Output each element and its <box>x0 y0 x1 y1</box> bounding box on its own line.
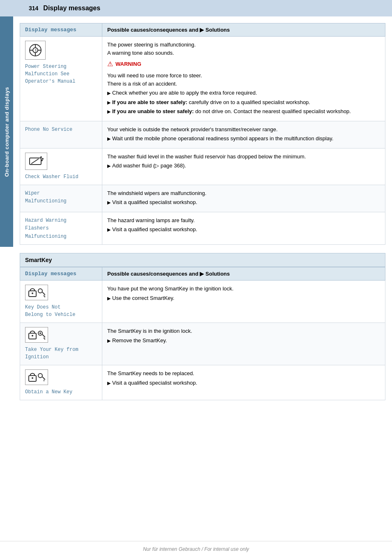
cause-text: The windshield wipers are malfunctioning… <box>107 189 380 197</box>
sk-col-header-display: Display messages <box>20 267 102 281</box>
key-lock-icon-2 <box>28 329 45 341</box>
bullet-text: Visit a qualified specialist workshop. <box>112 225 380 234</box>
bullet-text: Check whether you are able to apply the … <box>112 89 380 97</box>
cause-text: The hazard warning lamps are faulty. <box>107 216 380 225</box>
page-header: 314 Display messages <box>0 0 392 16</box>
phone-no-service-label: Phone No Service <box>25 127 72 132</box>
svg-point-19 <box>32 335 33 337</box>
cause-text: Your vehicle is outside the network prov… <box>107 125 380 134</box>
svg-point-27 <box>38 374 42 378</box>
key-lock-icon-3 <box>28 371 45 383</box>
bullet-item: ▶ Remove the SmartKey. <box>107 337 380 345</box>
svg-point-9 <box>40 156 42 158</box>
cause-text: You have put the wrong SmartKey in the i… <box>107 285 380 293</box>
table-row: ! Power Steering Malfunction See Operato… <box>20 37 385 121</box>
smartkey-table: Display messages Possible causes/consequ… <box>20 267 385 400</box>
bullet-item: ▶ Visit a qualified specialist workshop. <box>107 225 380 234</box>
icon-cell: Check Washer Fluid <box>25 153 97 181</box>
power-steering-icon: ! <box>28 43 43 58</box>
bullet-text: Use the correct SmartKey. <box>112 294 380 302</box>
table-row: Take Your Key from Ignition The SmartKey… <box>20 323 385 365</box>
hazard-warning-label: Hazard Warning Flashers Malfunctioning <box>25 218 67 239</box>
smartkey-section-header: SmartKey <box>20 253 385 267</box>
cause-text: The SmartKey needs to be replaced. <box>107 369 380 378</box>
key-lock-icon-box-2 <box>25 327 48 343</box>
cause-text: You will need to use more force to steer… <box>107 72 380 80</box>
bullet-text: Visit a qualified specialist workshop. <box>112 379 380 387</box>
bullet-item: ▶ If you are able to steer safely: caref… <box>107 98 380 107</box>
causes-cell-wiper: The windshield wipers are malfunctioning… <box>102 185 385 212</box>
bullet-arrow-icon: ▶ <box>107 162 111 169</box>
bullet-text: If you are able to steer safely: careful… <box>112 98 380 107</box>
bullet-arrow-icon: ▶ <box>107 380 111 387</box>
smartkey-section: SmartKey Display messages Possible cause… <box>20 253 385 400</box>
bullet-arrow-icon: ▶ <box>107 90 111 97</box>
washer-icon-box <box>25 153 47 170</box>
bullet-item: ▶ Add washer fluid (▷ page 368). <box>107 162 380 170</box>
bullet-item: ▶ Check whether you are able to apply th… <box>107 89 380 97</box>
svg-line-28 <box>42 377 45 380</box>
causes-cell-hazard: The hazard warning lamps are faulty. ▶ V… <box>102 212 385 245</box>
bullet-text: Visit a qualified specialist workshop. <box>112 198 380 207</box>
svg-point-26 <box>32 377 33 379</box>
causes-cell-phone: Your vehicle is outside the network prov… <box>102 121 385 148</box>
display-messages-table: Display messages Possible causes/consequ… <box>20 23 385 245</box>
bullet-arrow-icon: ▶ <box>107 199 111 206</box>
display-cell-new-key: Obtain a New Key <box>20 365 102 400</box>
bullet-arrow-icon: ▶ <box>107 108 111 115</box>
key-lock-icon-box-1 <box>25 285 48 300</box>
main-content: Display messages Possible causes/consequ… <box>13 16 392 541</box>
page-title: Display messages <box>43 5 100 12</box>
display-cell-phone: Phone No Service <box>20 121 102 148</box>
side-label-text: On-board computer and displays <box>4 87 10 177</box>
bullet-item: ▶ Use the correct SmartKey. <box>107 294 380 302</box>
take-key-label: Take Your Key from Ignition <box>25 346 78 361</box>
wiper-label: Wiper Malfunctioning <box>25 190 67 204</box>
svg-line-8 <box>31 159 39 164</box>
warning-block: ⚠ WARNING <box>107 59 380 69</box>
display-cell-take-key: Take Your Key from Ignition <box>20 323 102 365</box>
svg-point-13 <box>32 292 33 294</box>
key-belong-label: Key Does Not Belong to Vehicle <box>25 304 75 318</box>
cause-text: A warning tone also sounds. <box>107 49 380 57</box>
cause-text: The SmartKey is in the ignition lock. <box>107 327 380 335</box>
svg-point-21 <box>39 332 41 334</box>
svg-line-15 <box>42 292 45 295</box>
key-lock-icon-box-3 <box>25 369 48 385</box>
cause-text: The power steering is malfunctioning. <box>107 41 380 49</box>
table-row: Key Does Not Belong to Vehicle You have … <box>20 281 385 323</box>
icon-cell: Take Your Key from Ignition <box>25 327 97 361</box>
svg-text:!: ! <box>35 49 37 53</box>
bullet-item: ▶ Visit a qualified specialist workshop. <box>107 379 380 387</box>
key-lock-icon-1 <box>28 287 45 298</box>
display-cell-wiper: Wiper Malfunctioning <box>20 185 102 212</box>
washer-fluid-label: Check Washer Fluid <box>25 173 78 181</box>
warning-triangle-icon: ⚠ <box>107 59 113 69</box>
bullet-text: Remove the SmartKey. <box>112 337 380 345</box>
icon-cell: ! Power Steering Malfunction See Operato… <box>25 41 97 85</box>
bullet-arrow-icon: ▶ <box>107 295 111 302</box>
bullet-arrow-icon: ▶ <box>107 99 111 106</box>
page-footer: Nur für internen Gebrauch / For internal… <box>0 541 392 557</box>
table-row: Check Washer Fluid The washer fluid leve… <box>20 148 385 185</box>
bullet-item: ▶ If you are unable to steer safely: do … <box>107 107 380 116</box>
causes-cell-take-key: The SmartKey is in the ignition lock. ▶ … <box>102 323 385 365</box>
icon-cell: Key Does Not Belong to Vehicle <box>25 285 97 318</box>
table-row: Hazard Warning Flashers Malfunctioning T… <box>20 212 385 245</box>
bullet-arrow-icon: ▶ <box>107 337 111 344</box>
power-steering-label: Power Steering Malfunction See Operator'… <box>25 63 75 85</box>
warning-label: WARNING <box>115 60 141 68</box>
causes-cell-key-belong: You have put the wrong SmartKey in the i… <box>102 281 385 323</box>
col-header-causes: Possible causes/consequences and ▶ Solut… <box>102 23 385 37</box>
display-cell-power-steering: ! Power Steering Malfunction See Operato… <box>20 37 102 121</box>
table-row: Obtain a New Key The SmartKey needs to b… <box>20 365 385 400</box>
display-cell-washer: Check Washer Fluid <box>20 148 102 185</box>
svg-line-22 <box>42 334 45 337</box>
causes-cell-washer: The washer fluid level in the washer flu… <box>102 148 385 185</box>
svg-point-14 <box>38 289 42 293</box>
bullet-arrow-icon: ▶ <box>107 135 111 142</box>
page-number: 314 <box>29 5 38 12</box>
svg-point-10 <box>42 158 44 160</box>
icon-cell: Obtain a New Key <box>25 369 97 396</box>
bullet-text: Wait until the mobile phone operational … <box>112 135 380 143</box>
